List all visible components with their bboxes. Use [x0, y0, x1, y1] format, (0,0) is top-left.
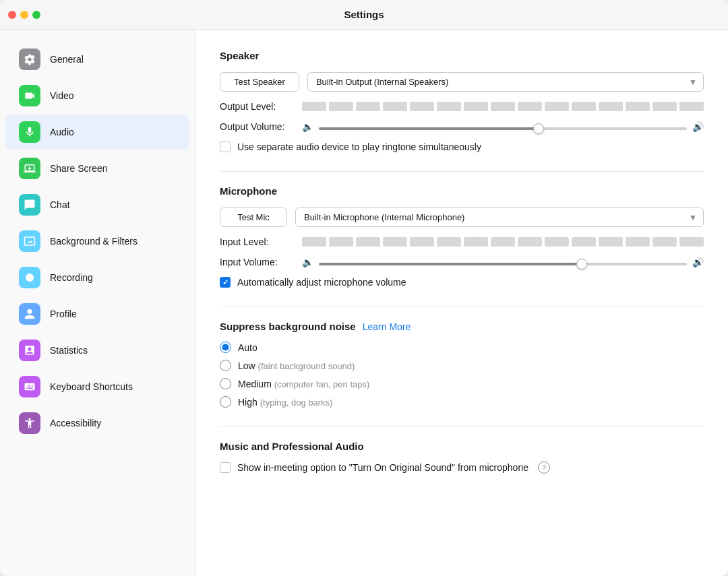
- in-seg-11: [572, 237, 596, 247]
- keyboard-icon: [19, 376, 40, 397]
- noise-option-auto: Auto: [220, 342, 704, 353]
- sidebar-label-chat: Chat: [50, 199, 70, 210]
- sidebar-item-background[interactable]: Background & Filters: [5, 224, 189, 259]
- mic-device-select[interactable]: Built-in Microphone (Internal Microphone…: [295, 207, 704, 227]
- noise-radio-high[interactable]: [220, 396, 231, 408]
- level-seg-2: [329, 102, 353, 111]
- input-volume-high-icon[interactable]: 🔊: [692, 257, 704, 267]
- sidebar-item-recording[interactable]: Recording: [5, 260, 189, 295]
- mic-device-row: Test Mic Built-in Microphone (Internal M…: [220, 207, 704, 227]
- level-seg-10: [545, 102, 569, 111]
- noise-label-auto: Auto: [238, 342, 257, 353]
- divider-3: [220, 426, 704, 427]
- output-level-bars: [302, 102, 704, 111]
- level-seg-12: [599, 102, 623, 111]
- microphone-section: Microphone Test Mic Built-in Microphone …: [220, 185, 704, 288]
- output-level-label: Output Level:: [220, 101, 294, 112]
- input-volume-slider[interactable]: [319, 263, 687, 265]
- traffic-lights: [8, 11, 40, 19]
- separate-audio-row: Use separate audio device to play ringto…: [220, 141, 704, 152]
- titlebar: Settings: [0, 0, 728, 30]
- input-volume-row: Input Volume: 🔈 🔊: [220, 257, 704, 267]
- noise-label-low: Low (faint background sound): [238, 360, 355, 371]
- level-seg-5: [410, 102, 434, 111]
- noise-radio-low[interactable]: [220, 360, 231, 371]
- in-seg-3: [356, 237, 380, 247]
- input-level-label: Input Level:: [220, 236, 294, 247]
- input-volume-slider-wrapper: [319, 257, 687, 267]
- sidebar-item-keyboard[interactable]: Keyboard Shortcuts: [5, 369, 189, 404]
- sidebar-label-accessibility: Accessibility: [50, 418, 101, 428]
- sidebar-label-general: General: [50, 54, 84, 65]
- background-icon: [19, 230, 40, 252]
- window-title: Settings: [344, 9, 384, 20]
- original-sound-checkbox[interactable]: [220, 462, 231, 473]
- auto-adjust-label[interactable]: Automatically adjust microphone volume: [237, 277, 406, 288]
- in-seg-4: [383, 237, 407, 247]
- level-seg-8: [491, 102, 515, 111]
- speaker-device-row: Test Speaker Built-in Output (Internal S…: [220, 72, 704, 92]
- separate-audio-label[interactable]: Use separate audio device to play ringto…: [237, 141, 481, 152]
- auto-adjust-row: Automatically adjust microphone volume: [220, 277, 704, 288]
- in-seg-12: [599, 237, 623, 247]
- noise-option-high: High (typing, dog barks): [220, 396, 704, 408]
- sidebar-item-profile[interactable]: Profile: [5, 296, 189, 331]
- separate-audio-checkbox[interactable]: [220, 141, 231, 152]
- output-volume-high-icon[interactable]: 🔊: [692, 121, 704, 132]
- sidebar-item-video[interactable]: Video: [5, 78, 189, 113]
- noise-option-medium: Medium (computer fan, pen taps): [220, 378, 704, 389]
- auto-adjust-checkbox[interactable]: [220, 277, 231, 288]
- level-seg-6: [437, 102, 461, 111]
- recording-icon: [19, 267, 40, 288]
- level-seg-14: [653, 102, 677, 111]
- maximize-button[interactable]: [32, 11, 40, 19]
- speaker-device-select[interactable]: Built-in Output (Internal Speakers): [307, 72, 704, 92]
- in-seg-13: [626, 237, 650, 247]
- music-section: Music and Professional Audio Show in-mee…: [220, 441, 704, 474]
- sharescreen-icon: [19, 158, 40, 179]
- input-level-bars: [302, 237, 704, 247]
- sidebar-item-accessibility[interactable]: Accessibility: [5, 406, 189, 441]
- level-seg-11: [572, 102, 596, 111]
- svg-point-0: [26, 274, 34, 282]
- sidebar-item-statistics[interactable]: Statistics: [5, 333, 189, 368]
- level-seg-13: [626, 102, 650, 111]
- in-seg-14: [653, 237, 677, 247]
- noise-radio-auto[interactable]: [220, 342, 231, 353]
- noise-option-low: Low (faint background sound): [220, 360, 704, 371]
- learn-more-link[interactable]: Learn More: [363, 321, 411, 332]
- input-volume-low-icon[interactable]: 🔈: [302, 257, 313, 267]
- test-speaker-button[interactable]: Test Speaker: [220, 72, 299, 92]
- sidebar-item-sharescreen[interactable]: Share Screen: [5, 151, 189, 186]
- speaker-device-wrapper: Built-in Output (Internal Speakers) ▼: [307, 72, 704, 92]
- main-content: General Video Audio Share: [0, 30, 728, 576]
- sidebar-item-chat[interactable]: Chat: [5, 187, 189, 222]
- noise-radio-group: Auto Low (faint background sound) Me: [220, 342, 704, 408]
- divider-2: [220, 307, 704, 307]
- content-area: Speaker Test Speaker Built-in Output (In…: [195, 30, 728, 576]
- accessibility-icon: [19, 412, 40, 434]
- original-sound-label[interactable]: Show in-meeting option to "Turn On Origi…: [237, 462, 528, 473]
- close-button[interactable]: [8, 11, 16, 19]
- output-volume-low-icon[interactable]: 🔈: [302, 121, 313, 132]
- original-sound-row: Show in-meeting option to "Turn On Origi…: [220, 461, 704, 474]
- speaker-section: Speaker Test Speaker Built-in Output (In…: [220, 50, 704, 152]
- level-seg-7: [464, 102, 488, 111]
- video-icon: [19, 85, 40, 106]
- test-mic-button[interactable]: Test Mic: [220, 207, 287, 227]
- statistics-icon: [19, 340, 40, 361]
- sidebar-label-profile: Profile: [50, 309, 77, 319]
- output-volume-slider-container: 🔈 🔊: [302, 121, 704, 132]
- output-volume-slider[interactable]: [319, 127, 687, 130]
- in-seg-7: [464, 237, 488, 247]
- sidebar-item-audio[interactable]: Audio: [5, 115, 189, 150]
- in-seg-15: [679, 237, 704, 247]
- minimize-button[interactable]: [20, 11, 28, 19]
- sidebar-item-general[interactable]: General: [5, 42, 189, 77]
- noise-label-high: High (typing, dog barks): [238, 397, 332, 408]
- noise-radio-medium[interactable]: [220, 378, 231, 389]
- output-volume-label: Output Volume:: [220, 121, 294, 132]
- help-icon[interactable]: ?: [538, 461, 550, 474]
- divider-1: [220, 171, 704, 172]
- in-seg-10: [545, 237, 569, 247]
